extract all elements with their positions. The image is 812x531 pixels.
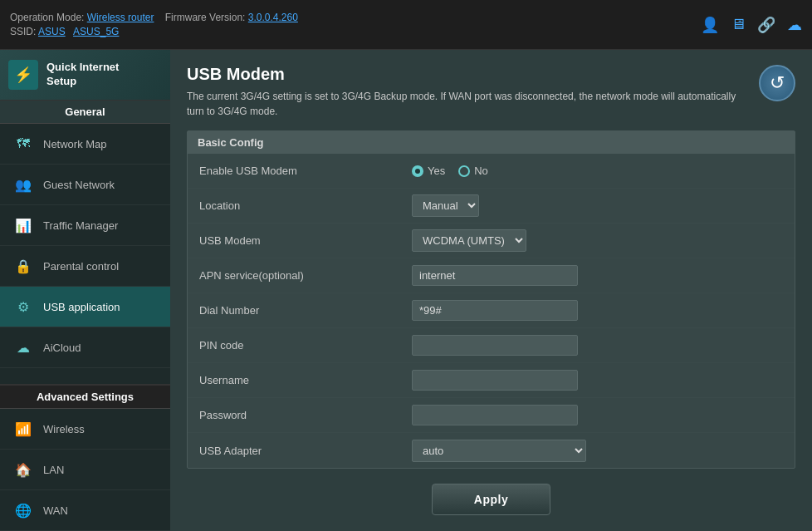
enable-yes-radio[interactable] (412, 165, 423, 177)
adapter-label: USB Adapter (188, 438, 404, 464)
usb-modem-select[interactable]: WCDMA (UMTS) CDMA WiMAX (412, 229, 526, 252)
password-label: Password (188, 402, 404, 428)
adapter-select[interactable]: auto manual (412, 440, 586, 462)
usb-application-icon: ⚙ (12, 295, 35, 318)
sidebar-item-lan[interactable]: 🏠 LAN (0, 450, 170, 490)
enable-no-label: No (474, 165, 488, 177)
wireless-icon: 📶 (12, 417, 35, 440)
ssid-line: SSID: ASUS ASUS_5G (10, 26, 298, 37)
sidebar-item-network-map[interactable]: 🗺 Network Map (0, 124, 170, 165)
firmware-label: Firmware Version: (165, 12, 246, 23)
username-row: Username (188, 363, 795, 398)
cloud-icon[interactable]: ☁ (787, 16, 802, 34)
sidebar-label-usb-application: USB application (43, 301, 120, 313)
username-input[interactable] (412, 370, 578, 391)
adapter-value: auto manual (404, 435, 795, 467)
topbar-icons: 👤 🖥 🔗 ☁ (701, 16, 802, 34)
enable-no-option[interactable]: No (458, 165, 488, 177)
ssid-label: SSID: (10, 26, 36, 37)
pin-value (404, 330, 795, 361)
advanced-section-header: Advanced Settings (0, 384, 170, 409)
main-content: USB Modem The current 3G/4G setting is s… (170, 50, 812, 531)
apn-input[interactable] (412, 265, 578, 286)
sidebar-item-wan[interactable]: 🌐 WAN (0, 490, 170, 531)
location-select[interactable]: Manual Auto (412, 194, 479, 217)
op-mode-label: Operation Mode: (10, 12, 84, 23)
enable-usb-modem-value: Yes No (404, 160, 795, 182)
usb-modem-label: USB Modem (188, 228, 404, 253)
operation-mode-line: Operation Mode: Wireless router Firmware… (10, 12, 298, 23)
usb-modem-value: WCDMA (UMTS) CDMA WiMAX (404, 224, 795, 257)
adapter-row: USB Adapter auto manual (188, 433, 795, 468)
password-value (404, 400, 795, 430)
share-icon[interactable]: 🔗 (757, 16, 775, 34)
aicloud-icon: ☁ (12, 336, 35, 359)
dial-value (404, 295, 795, 326)
page-title: USB Modem (187, 65, 751, 84)
sidebar-label-wireless: Wireless (43, 423, 85, 435)
password-row: Password (188, 398, 795, 433)
dial-label: Dial Number (188, 297, 404, 323)
sidebar-item-aicloud[interactable]: ☁ AiCloud (0, 327, 170, 368)
sidebar-label-traffic-manager: Traffic Manager (43, 219, 118, 232)
apply-button[interactable]: Apply (432, 484, 550, 515)
location-row: Location Manual Auto (188, 189, 795, 224)
username-label: Username (188, 367, 404, 393)
sidebar-label-aicloud: AiCloud (43, 342, 81, 354)
sidebar-item-wireless[interactable]: 📶 Wireless (0, 409, 170, 450)
refresh-button[interactable]: ↺ (759, 65, 795, 101)
enable-usb-modem-label: Enable USB Modem (188, 158, 404, 184)
apn-value (404, 260, 795, 291)
location-value: Manual Auto (404, 189, 795, 222)
quick-setup-icon: ⚡ (8, 60, 38, 90)
pin-input[interactable] (412, 335, 578, 356)
network-map-icon: 🗺 (12, 132, 35, 155)
network-icon[interactable]: 🖥 (731, 16, 746, 33)
sidebar-item-guest-network[interactable]: 👥 Guest Network (0, 165, 170, 205)
sidebar-label-guest-network: Guest Network (43, 179, 115, 191)
sidebar-item-usb-application[interactable]: ⚙ USB application (0, 287, 170, 327)
user-icon[interactable]: 👤 (701, 16, 719, 34)
enable-no-radio[interactable] (458, 165, 470, 177)
wan-icon: 🌐 (12, 499, 35, 522)
firmware-value[interactable]: 3.0.0.4.260 (248, 12, 298, 23)
location-label: Location (188, 193, 404, 219)
enable-yes-label: Yes (428, 165, 445, 177)
basic-config-header: Basic Config (188, 131, 795, 154)
lan-icon: 🏠 (12, 458, 35, 481)
apply-area: Apply (187, 469, 795, 524)
topbar-info: Operation Mode: Wireless router Firmware… (10, 12, 298, 37)
page-header-text: USB Modem The current 3G/4G setting is s… (187, 65, 751, 119)
quick-internet-setup[interactable]: ⚡ Quick Internet Setup (0, 50, 170, 101)
page-description: The current 3G/4G setting is set to 3G/4… (187, 89, 751, 119)
password-input[interactable] (412, 405, 578, 425)
enable-usb-modem-row: Enable USB Modem Yes No (188, 154, 795, 189)
sidebar: ⚡ Quick Internet Setup General 🗺 Network… (0, 50, 170, 531)
layout: ⚡ Quick Internet Setup General 🗺 Network… (0, 50, 812, 531)
basic-config-section: Basic Config Enable USB Modem Yes No (187, 130, 795, 469)
content-area: USB Modem The current 3G/4G setting is s… (170, 50, 812, 531)
dial-input[interactable] (412, 300, 578, 321)
apn-label: APN service(optional) (188, 263, 404, 288)
enable-radio-group: Yes No (412, 165, 488, 177)
page-header: USB Modem The current 3G/4G setting is s… (187, 65, 795, 119)
sidebar-label-network-map: Network Map (43, 138, 107, 150)
sidebar-label-wan: WAN (43, 504, 68, 517)
enable-yes-option[interactable]: Yes (412, 165, 445, 177)
pin-label: PIN code (188, 332, 404, 358)
sidebar-item-parental-control[interactable]: 🔒 Parental control (0, 246, 170, 287)
guest-network-icon: 👥 (12, 173, 35, 196)
op-mode-value[interactable]: Wireless router (87, 12, 154, 23)
traffic-manager-icon: 📊 (12, 214, 35, 237)
general-section-header: General (0, 101, 170, 124)
sidebar-item-traffic-manager[interactable]: 📊 Traffic Manager (0, 205, 170, 246)
sidebar-label-parental-control: Parental control (43, 260, 119, 273)
username-value (404, 365, 795, 396)
ssid-value2[interactable]: ASUS_5G (73, 26, 119, 37)
parental-control-icon: 🔒 (12, 254, 35, 278)
topbar: Operation Mode: Wireless router Firmware… (0, 0, 812, 50)
quick-setup-label: Quick Internet Setup (46, 61, 119, 89)
apn-row: APN service(optional) (188, 258, 795, 293)
pin-row: PIN code (188, 328, 795, 363)
ssid-value1[interactable]: ASUS (38, 26, 66, 37)
